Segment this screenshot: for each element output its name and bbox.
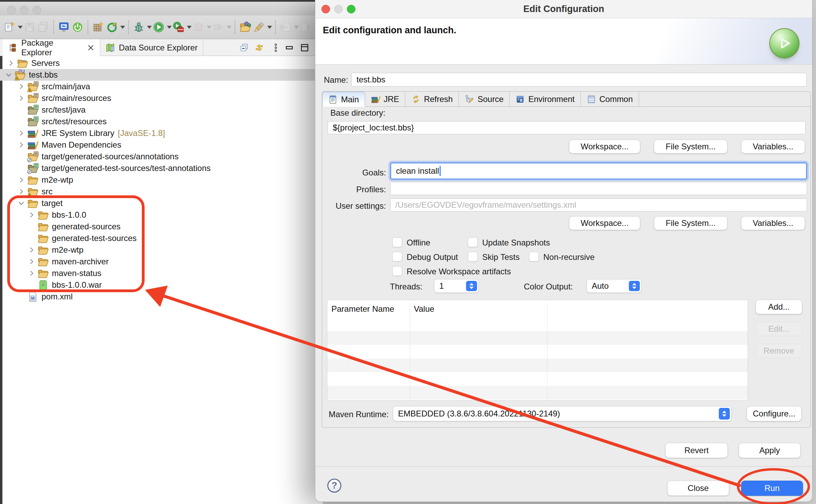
close-button[interactable]: Close — [667, 481, 729, 496]
minimize-traffic-light[interactable] — [20, 6, 29, 14]
tree-row-m2e-wtp[interactable]: m2e-wtp — [2, 244, 315, 256]
expand-arrow-icon[interactable] — [16, 140, 26, 150]
revert-button[interactable]: Revert — [665, 443, 728, 458]
tree-row-generated-sources[interactable]: generated-sources — [2, 221, 315, 232]
open-console-button[interactable] — [57, 19, 71, 35]
tree-row-src-test-resources[interactable]: src/test/resources — [2, 116, 315, 127]
close-icon[interactable] — [87, 43, 95, 52]
tree-row-src[interactable]: src — [2, 186, 315, 197]
file-system-button[interactable]: File System... — [654, 140, 727, 153]
tab-package-explorer[interactable]: Package Explorer — [3, 39, 100, 56]
tree-row-maven-archiver[interactable]: maven-archiver — [2, 256, 315, 267]
tree-row-servers[interactable]: Servers — [2, 57, 315, 69]
remove-button[interactable]: Remove — [756, 344, 802, 358]
configure-button[interactable]: Configure... — [747, 406, 802, 421]
dialog-tab-main[interactable]: Main — [322, 92, 365, 107]
non-recursive-checkbox[interactable] — [529, 252, 539, 262]
tab-data-source-explorer[interactable]: Data Source Explorer — [100, 39, 203, 56]
close-traffic-light[interactable] — [321, 5, 330, 13]
maven-runtime-select[interactable]: EMBEDDED (3.8.6/3.8.604.20221130-2149) — [393, 406, 732, 421]
expand-arrow-icon[interactable] — [26, 280, 37, 290]
dialog-titlebar[interactable]: Edit Configuration — [315, 0, 812, 18]
help-icon[interactable]: ? — [327, 479, 341, 493]
color-output-select[interactable]: Auto — [587, 279, 642, 293]
dropdown-caret-icon[interactable] — [167, 26, 172, 29]
tree-row-bbs-1.0.0.war[interactable]: bbs-1.0.0.war — [2, 279, 315, 291]
link-with-editor-icon[interactable] — [253, 43, 265, 53]
expand-arrow-icon[interactable] — [16, 151, 26, 162]
expand-arrow-icon[interactable] — [6, 58, 16, 68]
expand-arrow-icon[interactable] — [26, 268, 37, 278]
tree-row-bbs-1.0.0[interactable]: bbs-1.0.0 — [2, 209, 315, 221]
expand-arrow-icon[interactable] — [16, 291, 26, 302]
tree-row-pom.xml[interactable]: M pom.xml — [2, 291, 315, 302]
column-value[interactable]: Value — [414, 304, 434, 314]
workspace-button[interactable]: Workspace... — [569, 140, 641, 153]
variables-button[interactable]: Variables... — [741, 140, 805, 153]
tree-row-target-generated-sources-annotations[interactable]: target/generated-sources/annotations — [2, 151, 315, 162]
collapse-all-icon[interactable] — [238, 43, 250, 53]
profiles-input[interactable] — [390, 182, 807, 195]
tree-row-maven-dependencies[interactable]: Maven Dependencies — [2, 139, 315, 151]
close-traffic-light[interactable] — [7, 6, 16, 14]
expand-arrow-icon[interactable] — [16, 81, 26, 92]
tree-row-target-generated-test-sources-test-annotations[interactable]: target/generated-test-sources/test-annot… — [2, 162, 315, 174]
expand-arrow-icon[interactable] — [26, 221, 37, 232]
highlighter-button[interactable] — [252, 19, 266, 35]
dialog-tab-common[interactable]: Common — [581, 92, 639, 106]
zoom-traffic-light[interactable] — [33, 6, 41, 14]
search-references-button[interactable] — [238, 19, 252, 35]
expand-arrow-icon[interactable] — [16, 175, 26, 185]
tree-row-generated-test-sources[interactable]: generated-test-sources — [2, 232, 315, 244]
tree-row-test.bbs[interactable]: MJ test.bbs — [0, 69, 315, 81]
maximize-view-icon[interactable] — [299, 43, 310, 53]
expand-arrow-icon[interactable] — [16, 128, 26, 138]
expand-arrow-icon[interactable] — [26, 245, 37, 255]
user-settings-input[interactable]: /Users/EGOVDEV/egovframe/maven/settings.… — [390, 198, 807, 211]
tree-row-src-main-resources[interactable]: src/main/resources — [2, 92, 315, 104]
dropdown-caret-icon[interactable] — [18, 26, 23, 29]
expand-arrow-icon[interactable] — [26, 233, 37, 243]
tree-row-jre-system-library[interactable]: JRE System Library [JavaSE-1.8] — [2, 127, 315, 139]
file-system-button[interactable]: File System... — [654, 216, 727, 230]
edit-button[interactable]: Edit... — [756, 322, 802, 336]
run-button[interactable] — [152, 19, 166, 35]
workspace-button[interactable]: Workspace... — [569, 216, 641, 230]
new-wizard-button[interactable] — [3, 19, 16, 35]
tree-row-m2e-wtp[interactable]: m2e-wtp — [2, 174, 315, 186]
dialog-tab-refresh[interactable]: Refresh — [405, 92, 459, 106]
expand-arrow-icon[interactable] — [16, 186, 26, 197]
expand-arrow-icon[interactable] — [26, 210, 37, 220]
spring-boot-button[interactable] — [71, 19, 84, 35]
run-button[interactable]: Run — [741, 481, 803, 496]
view-menu-icon[interactable] — [270, 43, 282, 53]
dropdown-caret-icon[interactable] — [187, 26, 192, 29]
expand-arrow-icon[interactable] — [16, 93, 26, 103]
tree-row-maven-status[interactable]: maven-status — [2, 267, 315, 279]
stepper-icon[interactable] — [719, 408, 730, 420]
dropdown-caret-icon[interactable] — [267, 26, 272, 29]
resolve-workspace-artifacts-checkbox[interactable] — [392, 266, 402, 276]
expand-arrow-icon[interactable] — [16, 116, 26, 127]
skip-tests-checkbox[interactable] — [468, 252, 478, 262]
stepper-icon[interactable] — [629, 281, 640, 291]
minimize-view-icon[interactable] — [284, 43, 295, 53]
dropdown-caret-icon[interactable] — [120, 26, 125, 29]
parameters-table[interactable]: Parameter Name Value — [327, 300, 748, 401]
eclipse-titlebar[interactable] — [0, 2, 323, 15]
expand-arrow-icon[interactable] — [26, 256, 37, 267]
dropdown-caret-icon[interactable] — [147, 26, 152, 29]
add-button[interactable]: Add... — [756, 300, 802, 314]
zoom-traffic-light[interactable] — [347, 5, 355, 13]
expand-arrow-icon[interactable] — [16, 105, 26, 115]
tree-row-src-main-java[interactable]: src/main/java — [2, 81, 315, 92]
coverage-button[interactable] — [91, 19, 105, 35]
name-input[interactable]: test.bbs — [351, 73, 807, 87]
run-external-tools-button[interactable] — [172, 19, 185, 35]
expand-arrow-icon[interactable] — [16, 163, 26, 173]
debug-output-checkbox[interactable] — [392, 252, 402, 262]
goals-input[interactable]: clean install — [390, 162, 807, 180]
tree-row-target[interactable]: target — [2, 197, 315, 209]
update-snapshots-checkbox[interactable] — [468, 237, 478, 247]
column-parameter-name[interactable]: Parameter Name — [331, 304, 394, 314]
